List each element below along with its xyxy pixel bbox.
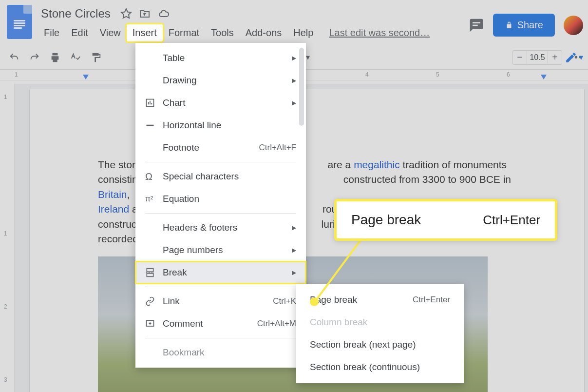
link-icon [145, 296, 163, 306]
svg-rect-5 [147, 269, 153, 272]
menu-separator [145, 213, 296, 214]
ruler-tick: 5 [436, 71, 439, 78]
menu-separator [145, 338, 296, 338]
menu-item-drawing[interactable]: Drawing▶ [135, 69, 306, 92]
link-ireland[interactable]: Ireland [98, 203, 129, 215]
menu-item-special-characters[interactable]: ΩSpecial characters [135, 165, 306, 188]
ruler-tick: 2 [4, 303, 7, 310]
link-britain[interactable]: Britain [98, 189, 127, 200]
tutorial-callout: Page break Ctrl+Enter [334, 199, 557, 241]
lock-icon [505, 21, 513, 30]
ruler-tick: 3 [4, 376, 7, 383]
callout-label: Page break [351, 212, 421, 228]
ruler-tick: 1 [4, 230, 7, 237]
svg-rect-1 [473, 22, 480, 23]
menu-item-bookmark[interactable]: Bookmark [135, 341, 306, 364]
ruler-tick: 1 [15, 71, 18, 78]
menu-format[interactable]: Format [163, 24, 205, 41]
menu-addons[interactable]: Add-ons [240, 24, 288, 41]
ruler-tick: 6 [507, 71, 510, 78]
redo-button[interactable] [27, 50, 42, 65]
font-size-control: − + [512, 50, 562, 65]
docs-logo-icon[interactable] [7, 5, 32, 39]
link-megalithic[interactable]: megalithic [354, 159, 400, 170]
callout-connector-dot [310, 297, 319, 306]
chart-icon [145, 98, 163, 108]
menu-item-page-numbers[interactable]: Page numbers▶ [135, 239, 306, 261]
menu-item-chart[interactable]: Chart▶ [135, 92, 306, 114]
editing-mode-button[interactable]: ▾ [565, 51, 583, 64]
menu-edit[interactable]: Edit [65, 24, 94, 41]
share-button[interactable]: Share [493, 14, 555, 37]
star-icon[interactable] [120, 8, 132, 20]
ruler-right-marker[interactable] [541, 75, 547, 79]
menu-item-headers-footers[interactable]: Headers & footers▶ [135, 216, 306, 239]
menu-separator [145, 287, 296, 287]
comments-history-icon[interactable] [469, 18, 484, 33]
menu-item-break[interactable]: Break▶ [135, 261, 306, 284]
omega-icon: Ω [145, 171, 163, 182]
ruler-tick: 1 [4, 94, 7, 100]
menu-item-equation[interactable]: π²Equation [135, 188, 306, 210]
callout-shortcut: Ctrl+Enter [483, 213, 540, 228]
share-button-label: Share [517, 20, 543, 31]
app-header: Stone Circles File Edit View Insert Form… [0, 0, 588, 41]
submenu-column-break: Column break [296, 311, 464, 333]
insert-menu-dropdown: Table▶ Drawing▶ Chart▶ Horizontal line F… [135, 43, 306, 368]
svg-marker-0 [121, 9, 131, 18]
ruler-tick: 4 [365, 71, 369, 78]
menu-item-link[interactable]: LinkCtrl+K [135, 290, 306, 313]
cloud-status-icon[interactable] [157, 8, 170, 20]
svg-rect-2 [473, 24, 478, 26]
menu-item-comment[interactable]: CommentCtrl+Alt+M [135, 313, 306, 335]
menu-item-footnote[interactable]: FootnoteCtrl+Alt+F [135, 137, 306, 159]
undo-button[interactable] [7, 50, 21, 65]
menu-view[interactable]: View [94, 24, 127, 41]
hline-icon [145, 120, 163, 130]
break-submenu: Page breakCtrl+Enter Column break Sectio… [296, 284, 464, 383]
comment-icon [145, 319, 163, 329]
menu-item-table[interactable]: Table▶ [135, 47, 306, 69]
print-button[interactable] [48, 50, 62, 65]
last-edit-link[interactable]: Last edit was second… [329, 27, 430, 39]
svg-rect-6 [147, 274, 153, 277]
vertical-ruler[interactable]: 1 1 2 3 [0, 84, 15, 392]
font-size-input[interactable] [527, 51, 548, 64]
menu-file[interactable]: File [38, 24, 65, 41]
submenu-section-break-continuous[interactable]: Section break (continuous) [296, 356, 464, 378]
move-icon[interactable] [139, 8, 151, 20]
spellcheck-button[interactable] [68, 50, 83, 65]
document-title[interactable]: Stone Circles [38, 6, 114, 21]
menu-insert[interactable]: Insert [127, 24, 163, 41]
menu-separator [145, 162, 296, 162]
font-size-increase[interactable]: + [548, 51, 562, 64]
account-avatar[interactable] [564, 16, 583, 35]
paint-format-button[interactable] [89, 50, 103, 65]
break-icon [145, 268, 163, 277]
menu-tools[interactable]: Tools [205, 24, 240, 41]
submenu-page-break[interactable]: Page breakCtrl+Enter [296, 289, 464, 311]
menu-help[interactable]: Help [287, 24, 319, 41]
font-size-decrease[interactable]: − [513, 51, 527, 64]
equation-icon: π² [145, 195, 163, 203]
submenu-section-break-next[interactable]: Section break (next page) [296, 333, 464, 356]
ruler-indent-marker[interactable] [83, 75, 89, 79]
menu-item-horizontal-line[interactable]: Horizontal line [135, 114, 306, 137]
